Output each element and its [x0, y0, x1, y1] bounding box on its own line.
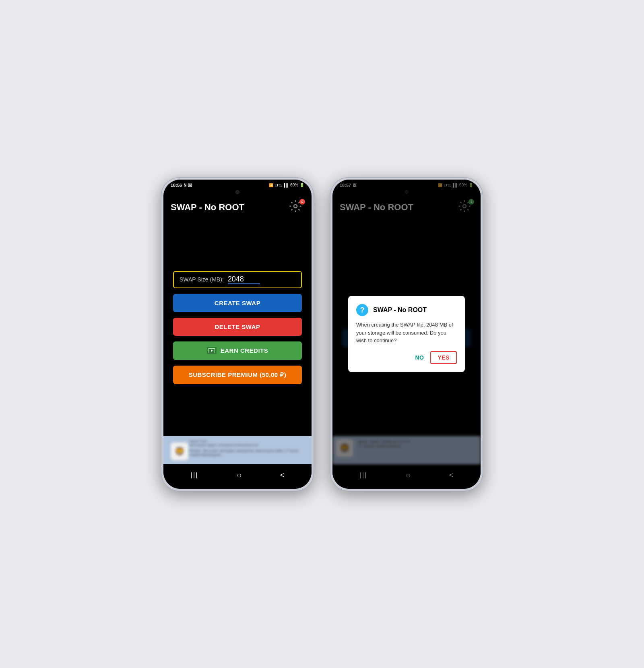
swap-size-label-1: SWAP Size (MB): — [180, 276, 224, 283]
phone-1-screen: 18:56 N̲ 🖼 📶 LTE₂ ▌▌ 60% 🔋 SWAP - No ROO… — [163, 180, 312, 489]
dialog-title-2: SWAP - No ROOT — [373, 306, 427, 314]
media-icon-1: 🖼 — [188, 183, 192, 187]
earn-credits-icon-1 — [207, 347, 217, 354]
nfc-icon-1: N̲ — [184, 183, 186, 187]
dialog-icon-text: ? — [360, 306, 365, 314]
ad-icon-1: 🦁 — [171, 443, 188, 460]
phone-2: 18:57 🖼 📶 LTE₂ ▌▌ 60% 🔋 SWAP - No ROOT — [330, 177, 483, 491]
dialog-icon-2: ? — [356, 304, 368, 316]
settings-btn-1[interactable]: 0 — [289, 200, 304, 215]
status-right-1: 📶 LTE₂ ▌▌ 60% 🔋 — [269, 183, 304, 187]
ad-title-1: Гараж Плюс — [189, 439, 207, 443]
ad-text-1: Гараж Плюс Автосервис Адрес: ул/пер/шосс… — [167, 439, 308, 457]
app-title-1: SWAP - No ROOT — [171, 202, 244, 213]
camera-dot-1 — [235, 190, 239, 194]
svg-point-0 — [294, 205, 297, 208]
ad-desc-1: Автосервис Адрес: ул/пер/шоссе/Нов/Своп.… — [189, 443, 258, 447]
dialog-yes-btn-2[interactable]: YES — [430, 351, 457, 364]
dialog-message-2: When creating the SWAP file, 2048 MB of … — [356, 321, 457, 345]
phone-1: 18:56 N̲ 🖼 📶 LTE₂ ▌▌ 60% 🔋 SWAP - No ROO… — [161, 177, 314, 491]
phone-2-screen: 18:57 🖼 📶 LTE₂ ▌▌ 60% 🔋 SWAP - No ROOT — [332, 180, 481, 489]
dialog-no-btn-2[interactable]: NO — [415, 354, 424, 361]
main-content-1: SWAP Size (MB): CREATE SWAP DELETE SWAP … — [163, 219, 312, 436]
ad-area-1: Гараж Плюс Автосервис Адрес: ул/пер/шосс… — [163, 436, 312, 464]
battery-1: 60% — [290, 183, 298, 187]
dialog-box-2: ? SWAP - No ROOT When creating the SWAP … — [348, 296, 465, 372]
ad-extra-1: Реклама · Авто и мото. Автосервис. Шином… — [189, 449, 298, 456]
status-bar-1: 18:56 N̲ 🖼 📶 LTE₂ ▌▌ 60% 🔋 — [163, 180, 312, 189]
svg-marker-2 — [211, 350, 213, 352]
dialog-overlay-2: ? SWAP - No ROOT When creating the SWAP … — [332, 180, 481, 489]
time-1: 18:56 — [171, 183, 182, 188]
create-swap-btn-1[interactable]: CREATE SWAP — [173, 294, 302, 312]
battery-icon-1: 🔋 — [299, 183, 304, 187]
subscribe-btn-1[interactable]: SUBSCRIBE PREMIUM (50,00 ₽) — [173, 366, 302, 384]
bars-icon-1: ▌▌ — [284, 183, 289, 187]
delete-swap-btn-1[interactable]: DELETE SWAP — [173, 318, 302, 336]
swap-size-row-1: SWAP Size (MB): — [173, 271, 302, 288]
back-btn-1[interactable]: < — [274, 469, 291, 482]
bottom-nav-1: ||| ○ < — [163, 464, 312, 489]
recent-apps-btn-1[interactable]: ||| — [184, 469, 204, 481]
camera-area-1 — [163, 189, 312, 196]
signal-text-1: LTE₂ — [275, 183, 283, 187]
status-left-1: 18:56 N̲ 🖼 — [171, 183, 192, 188]
settings-badge-1: 0 — [299, 199, 305, 205]
dialog-header-2: ? SWAP - No ROOT — [356, 304, 457, 316]
earn-credits-label-1: EARN CREDITS — [221, 347, 268, 354]
app-bar-1: SWAP - No ROOT 0 — [163, 196, 312, 219]
earn-credits-btn-1[interactable]: EARN CREDITS — [173, 341, 302, 360]
dialog-actions-2: NO YES — [356, 351, 457, 364]
swap-size-input-1[interactable] — [228, 275, 260, 284]
film-icon-1 — [208, 348, 215, 353]
home-btn-1[interactable]: ○ — [230, 468, 248, 482]
wifi-icon-1: 📶 — [269, 183, 273, 187]
